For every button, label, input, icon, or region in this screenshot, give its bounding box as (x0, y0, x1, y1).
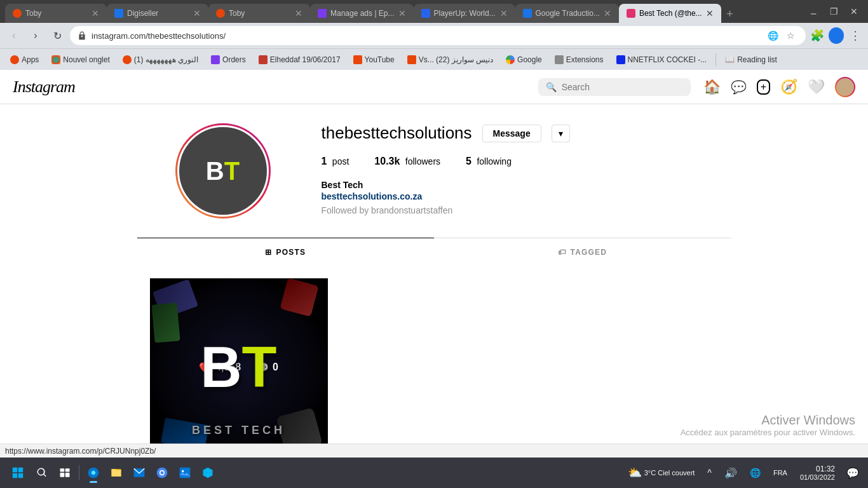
taskbar-store-icon[interactable] (196, 461, 219, 484)
bookmark-favicon-google (506, 55, 515, 64)
bookmark-google[interactable]: Google (501, 53, 547, 66)
following-label: following (477, 156, 511, 166)
search-box[interactable]: 🔍 (538, 78, 691, 96)
bookmark-label-extensions: Extensions (566, 55, 604, 64)
extensions-icon[interactable]: 🧩 (810, 28, 825, 43)
bookmark-favicon-extensions (555, 55, 564, 64)
start-button[interactable] (5, 460, 31, 485)
profile-avatar-logo: B T (206, 157, 240, 186)
followers-label: followers (405, 156, 440, 166)
message-button[interactable]: Message (482, 125, 541, 142)
taskbar-clock[interactable]: 01:32 01/03/2022 (795, 462, 840, 484)
profile-icon[interactable] (835, 77, 855, 97)
bookmark-elheddaf[interactable]: Elheddaf 19/06/2017 (254, 53, 346, 66)
bookmark-favicon-elheddaf (259, 55, 268, 64)
svg-rect-4 (60, 468, 65, 471)
tab-playerup[interactable]: PlayerUp: World... ✕ (414, 4, 515, 23)
instagram-header: Instagram 🔍 🏠 💬 + 🧭 🤍 (0, 70, 868, 104)
notification-button[interactable]: 💬 (843, 463, 863, 483)
messenger-icon[interactable]: 💬 (731, 79, 747, 95)
explore-icon[interactable]: 🧭 (780, 79, 797, 95)
back-button[interactable]: ‹ (5, 27, 23, 44)
menu-button[interactable]: ⋮ (848, 28, 863, 43)
tab-manage-ads[interactable]: Manage ads | Ep... ✕ (310, 4, 414, 23)
close-button[interactable]: ✕ (845, 3, 863, 20)
heart-icon[interactable]: 🤍 (808, 79, 825, 95)
post-item-1[interactable]: B T BEST TECH ❤️ 4,058 💬 0 (150, 278, 328, 456)
windows-logo-icon (12, 467, 24, 478)
logo-b: B (201, 335, 242, 400)
instagram-content: B T thebesttechsolutions Message ▾ 1 pos… (137, 104, 731, 465)
title-bar: Toby ✕ Digiseller ✕ Toby ✕ Manage ads | … (0, 0, 868, 23)
taskbar-volume[interactable]: 🔊 (719, 464, 742, 482)
tab-close-3[interactable]: ✕ (295, 8, 302, 18)
tab-close-4[interactable]: ✕ (398, 8, 406, 18)
taskbar-network[interactable]: 🌐 (745, 465, 766, 480)
bookmark-nouri[interactable]: النوري هههههههه (1) (118, 53, 203, 66)
profile-website[interactable]: besttechsolutions.co.za (322, 191, 693, 201)
posts-label: post (332, 156, 349, 166)
tab-google-translate[interactable]: Google Traductio... ✕ (515, 4, 619, 23)
taskbar-search-button[interactable] (32, 463, 52, 483)
network-icon: 🌐 (750, 468, 761, 478)
tab-posts[interactable]: ⊞ POSTS (137, 238, 435, 266)
tab-toby-2[interactable]: Toby ✕ (208, 4, 310, 23)
maximize-button[interactable]: ❐ (825, 3, 843, 20)
mail-icon (133, 466, 146, 479)
taskbar-weather[interactable]: ⛅ 3°C Ciel couvert (623, 464, 700, 481)
navigation-bar: ‹ › ↻ instagram.com/thebesttechsolutions… (0, 23, 868, 48)
tab-close-2[interactable]: ✕ (193, 8, 201, 18)
instagram-logo[interactable]: Instagram (13, 78, 526, 97)
bookmark-reading-list[interactable]: 📖 Reading list (720, 53, 782, 66)
tab-title-4: Manage ads | Ep... (330, 9, 395, 18)
add-post-icon[interactable]: + (757, 79, 770, 95)
tab-tagged[interactable]: 🏷 TAGGED (434, 238, 731, 266)
translate-icon[interactable]: 🌐 (765, 28, 780, 43)
taskbar-task-view[interactable] (53, 461, 76, 484)
tab-favicon-2 (114, 9, 123, 18)
tab-title-1: Toby (25, 9, 88, 18)
tab-close-1[interactable]: ✕ (92, 8, 99, 18)
taskbar-system-tray[interactable]: ^ (702, 465, 717, 480)
minimize-button[interactable]: ⎽ (804, 3, 822, 20)
profile-button[interactable] (829, 28, 844, 43)
status-bar: https://www.instagram.com/p/CRJUNnpj0Zb/ (0, 444, 868, 458)
followers-stat[interactable]: 10.3k followers (374, 156, 440, 167)
bookmark-apps[interactable]: Apps (5, 53, 44, 66)
bookmark-label-vs: Vs... دنيس سواريز (22) (419, 55, 493, 64)
clock-time: 01:32 (800, 464, 835, 473)
taskbar-edge-icon[interactable] (82, 461, 105, 484)
tab-best-tech[interactable]: Best Tech (@the... ✕ (619, 4, 721, 23)
bookmark-vs[interactable]: Vs... دنيس سواريز (22) (402, 53, 498, 66)
bookmark-netflix[interactable]: NNETFLIX COCKEI -... (611, 53, 712, 66)
svg-rect-3 (18, 473, 24, 478)
profile-tabs: ⊞ POSTS 🏷 TAGGED (137, 238, 731, 266)
tab-digiseller[interactable]: Digiseller ✕ (107, 4, 208, 23)
address-icons: 🌐 ☆ (765, 28, 798, 43)
refresh-button[interactable]: ↻ (48, 27, 66, 44)
bookmark-extensions[interactable]: Extensions (550, 53, 609, 66)
bookmark-label-netflix: NNETFLIX COCKEI -... (628, 55, 707, 64)
svg-rect-7 (65, 473, 70, 477)
tab-close-7[interactable]: ✕ (706, 8, 714, 18)
address-bar[interactable]: instagram.com/thebesttechsolutions/ 🌐 ☆ (70, 26, 806, 45)
search-input[interactable] (562, 82, 663, 92)
new-tab-button[interactable]: + (721, 5, 739, 23)
home-icon[interactable]: 🏠 (703, 79, 721, 95)
bookmark-youtube[interactable]: YouTube (348, 53, 400, 66)
bookmark-new-tab[interactable]: Nouvel onglet (46, 53, 114, 66)
weather-text: 3°C Ciel couvert (644, 469, 695, 477)
taskbar-chrome-icon[interactable] (151, 461, 173, 484)
following-stat[interactable]: 5 following (466, 156, 512, 167)
tab-toby-1[interactable]: Toby ✕ (5, 4, 107, 23)
taskbar-mail-icon[interactable] (128, 461, 151, 484)
taskbar-explorer-icon[interactable] (105, 461, 128, 484)
forward-button[interactable]: › (27, 27, 44, 44)
tab-close-5[interactable]: ✕ (500, 8, 508, 18)
tab-close-6[interactable]: ✕ (604, 8, 611, 18)
taskbar-photos-icon[interactable] (173, 461, 196, 484)
bookmark-star-icon[interactable]: ☆ (783, 28, 798, 43)
taskbar-language[interactable]: FRA (768, 466, 792, 479)
options-button[interactable]: ▾ (552, 125, 570, 142)
bookmark-orders[interactable]: Orders (206, 53, 251, 66)
